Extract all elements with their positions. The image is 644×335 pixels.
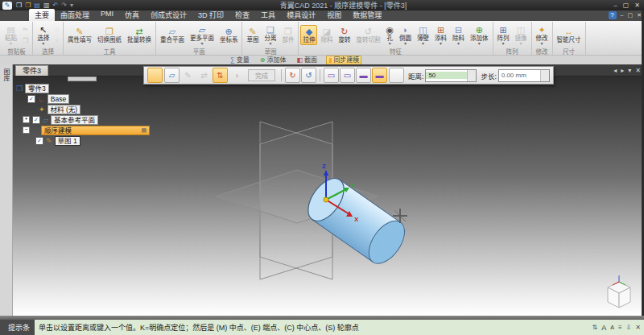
font-minus-icon[interactable]: A [610,325,614,330]
status-message: 单击以设置距离或键入一个值。K=明确点定位；然后是 (M) 中点、(E) 端点、… [35,322,592,333]
visibility-checkbox[interactable]: ✓ [27,95,35,103]
tab-模具设计[interactable]: 模具设计 [281,9,321,21]
tab-创成式设计[interactable]: 创成式设计 [145,9,192,21]
new-icon[interactable]: ❒ [16,2,22,10]
open-icon[interactable]: ❒ [25,2,31,10]
direction-2-button[interactable]: ↺ [301,68,316,83]
more-planes-button[interactable]: ▱更多平面▾ [188,23,217,48]
restore-icon[interactable]: ▢ [623,2,630,9]
pin-icon[interactable]: ⇩ [626,324,632,331]
tree-row-Base[interactable]: ✓∟Base [14,93,150,104]
finish-button[interactable]: 完成 [248,69,275,81]
prev-tab-icon[interactable]: ◂ [613,67,617,74]
tab-工具[interactable]: 工具 [255,9,281,21]
document-tab[interactable]: 零件3 [15,65,48,76]
doc-restore-icon[interactable]: ▢ [628,12,634,19]
button-label: 旋转 [338,36,350,43]
revolve-cut-icon: ↺ [365,27,372,36]
tab-仿真[interactable]: 仿真 [119,9,145,21]
assist-item-变量[interactable]: ∑变量 [229,56,251,64]
tab-检查[interactable]: 检查 [229,9,255,21]
modify-button[interactable]: ✦修改▾ [534,23,551,48]
tree-row-零件3[interactable]: ❒零件3 [14,83,150,93]
doc-minimize-icon[interactable]: – [621,12,624,19]
remmat-button[interactable]: ⊟除料▾ [450,23,467,48]
extent-2-button[interactable]: ▭ [340,68,355,83]
select-icon: ↖ [39,25,47,35]
hole-button[interactable]: ◉孔▾ [383,23,396,48]
round-button[interactable]: ◗倒圆▾ [397,23,414,48]
undo-icon[interactable]: ↶ [52,2,58,10]
close-view-icon[interactable]: ✕ [635,67,641,74]
extrude-button[interactable]: ◆拉伸 [300,25,317,45]
extent3-icon: ▬ [360,71,368,80]
distance-dropdown-icon[interactable] [467,70,476,81]
tab-数据管理[interactable]: 数据管理 [347,9,387,21]
distance-input[interactable]: 50 [425,69,477,82]
tree-row-材料 (无)[interactable]: ✦材料 (无) [14,104,150,114]
sketch-button[interactable]: ✎草图 [244,25,261,45]
plane-button[interactable]: ▱重合平面 [158,25,187,45]
assist-item-添加体[interactable]: ⊕添加体 [258,56,288,64]
pattern-button[interactable]: ⊞阵列▾ [495,23,512,48]
component-button: ❐部件 [279,25,296,45]
prop-edit-button[interactable]: ✎属性填写 [65,25,94,45]
step-input[interactable]: 0.00 mm [498,69,550,82]
detach-button[interactable]: ❏分离▾ [262,23,279,48]
direction-1-button[interactable]: ↻ [285,68,300,83]
step-4-button[interactable]: ⇅ [213,68,228,83]
addmat-button[interactable]: ⊞添料▾ [432,23,449,48]
expand-toggle[interactable]: + [23,116,30,123]
assist-item-截面[interactable]: ◧截面 [295,56,319,64]
save-icon[interactable]: ▤ [34,2,40,10]
next-tab-icon[interactable]: ▸ [621,67,624,74]
keypoints-button[interactable] [389,68,404,83]
step-label: 步长: [481,71,496,81]
revolve-button[interactable]: ↻旋转 [336,25,353,45]
tab-视图[interactable]: 视图 [321,9,347,21]
tab-曲面处理[interactable]: 曲面处理 [55,9,95,21]
select-button[interactable]: ↖选择▾ [35,23,52,48]
xclose-icon[interactable]: ✕ [635,324,641,331]
lasso-icon: ◌ [55,26,59,33]
help-button[interactable]: ? [609,11,617,19]
close-icon[interactable]: ✕ [634,2,640,9]
print-icon[interactable]: ▥ [43,2,50,10]
view-cube[interactable] [608,275,630,308]
tab-PMI[interactable]: PMI [95,9,119,21]
tab-list-icon[interactable]: ▾ [628,67,631,74]
panel-grip[interactable] [68,77,97,81]
tab-主要[interactable]: 主要 [29,9,55,21]
redo-icon[interactable]: ↷ [61,2,67,10]
app-icon[interactable]: ✎ [2,2,12,10]
visibility-checkbox[interactable]: ✓ [35,137,43,145]
tab-3D 打印[interactable]: 3D 打印 [192,9,229,21]
addbody-button[interactable]: ⊕添加体▾ [468,23,491,48]
csys-button[interactable]: ⊕坐标系 [217,25,241,45]
list-icon[interactable]: ≡ [618,324,622,331]
step-1-button[interactable]: ▱ [164,68,180,83]
visibility-checkbox[interactable]: ✓ [32,116,40,124]
button-label: 批量转换 [127,36,151,43]
thinwall-button[interactable]: ◫薄壁▾ [415,23,431,48]
extent-3-button[interactable]: ▬ [356,68,371,83]
step-dropdown-icon[interactable] [540,70,549,81]
tree-row-草图 1[interactable]: ✓✎草图 1 [14,135,150,146]
batch-convert-button[interactable]: ⇄批量转换 [125,25,154,45]
smart-dim-button[interactable]: ↔智能尺寸 [555,25,584,45]
extent-1-button[interactable]: ▭ [324,68,339,83]
switch-sheet-button[interactable]: ❐切换图纸 [95,25,124,45]
tip-bar-chip: 提示条 [0,320,35,335]
extrude-options-button[interactable] [147,68,163,83]
extent-4-button[interactable]: ▬ [372,68,387,83]
font-plus-icon[interactable]: A [601,324,606,332]
tree-row-基本参考平面[interactable]: +✓▱基本参考平面 [14,114,150,125]
tree-row-顺序建模[interactable]: −❏顺序建模▤ [14,125,150,135]
step-value[interactable]: 0.00 mm [499,72,540,79]
expand-toggle[interactable]: − [23,126,30,134]
assist-item-label: 截面 [304,56,317,64]
distance-value[interactable]: 50 [426,72,467,79]
fence-icon: ▫ [56,37,58,44]
spin-icon[interactable]: ⇅ [592,324,598,331]
minimize-icon[interactable]: – [613,2,617,9]
